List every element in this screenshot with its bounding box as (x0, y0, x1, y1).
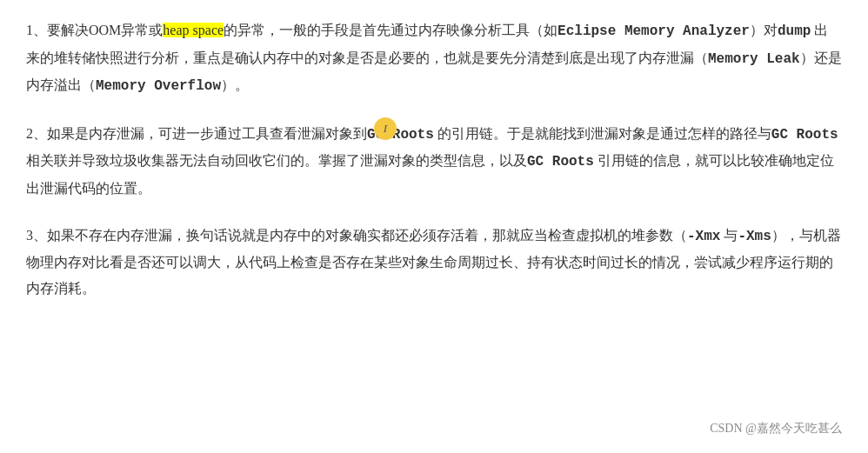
paragraph-2: 2、如果是内存泄漏，可进一步通过工具查看泄漏对象到GC Roots 的引用链。于… (26, 121, 842, 202)
footer-attribution: CSDN @嘉然今天吃甚么 (710, 417, 842, 439)
cursor-circle: I (374, 117, 397, 140)
page-container: 1、要解决OOM异常或heap space的异常，一般的手段是首先通过内存映像分… (0, 0, 868, 453)
gc-roots-2: GC Roots (771, 127, 838, 143)
dump-text: dump (778, 23, 811, 39)
gc-roots-3: GC Roots (527, 154, 594, 170)
paragraph-3: 3、如果不存在内存泄漏，换句话说就是内存中的对象确实都还必须存活着，那就应当检查… (26, 223, 842, 302)
text-cursor-indicator: I (374, 117, 397, 140)
eclipse-memory-analyzer: Eclipse Memory Analyzer (558, 23, 750, 39)
memory-leak-text: Memory Leak (708, 51, 800, 67)
paragraph-1: 1、要解决OOM异常或heap space的异常，一般的手段是首先通过内存映像分… (26, 17, 842, 100)
xms-param: -Xms (738, 229, 771, 244)
memory-overflow-text: Memory Overflow (96, 78, 221, 94)
highlight-heap-space: heap space (163, 23, 224, 37)
xmx-param: -Xmx (687, 229, 720, 244)
